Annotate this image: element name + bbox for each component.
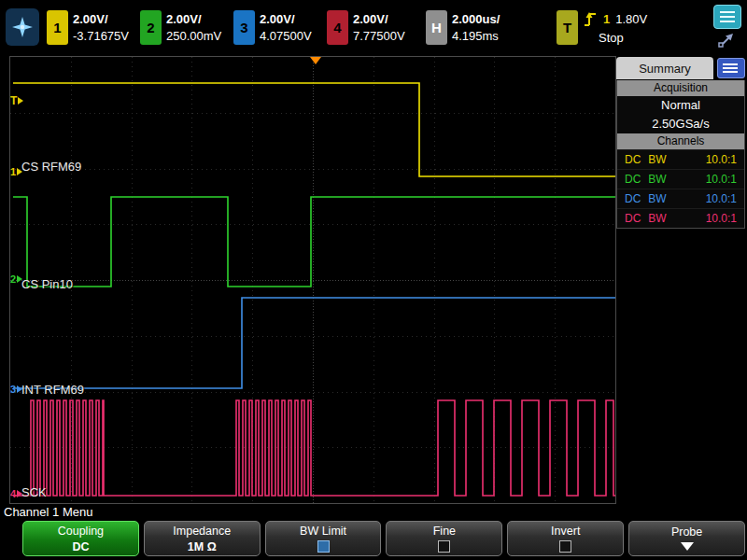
channel-2-status: 2 2.00V/ 250.00mV	[140, 10, 226, 45]
trigger-edge-icon	[584, 10, 598, 28]
trigger-level-marker[interactable]: T	[10, 94, 23, 107]
trigger-badge[interactable]: T	[557, 10, 578, 45]
horizontal-badge[interactable]: H	[426, 10, 447, 45]
touch-zones-icon[interactable]	[713, 5, 741, 29]
acquisition-status: Stop	[599, 31, 647, 45]
trace-label-ch2: CS Pin10	[21, 277, 73, 291]
channel-2-values: 2.00V/ 250.00mV	[166, 12, 226, 43]
channel-3-summary-row: DCBW 10.0:1	[617, 189, 744, 208]
horizontal-status: H 2.000us/ 4.195ms	[426, 10, 512, 45]
acquisition-mode: Normal	[617, 96, 744, 115]
softkey-probe[interactable]: Probe	[628, 521, 745, 556]
trace-label-ch3: INT RFM69	[21, 383, 84, 397]
trigger-source: 1	[603, 12, 610, 26]
top-right-icons	[713, 5, 741, 49]
channel-3-scale: 2.00V/	[260, 12, 319, 26]
spark-logo-icon	[11, 16, 34, 38]
channel-4-badge[interactable]: 4	[327, 10, 348, 45]
list-view-icon[interactable]	[717, 58, 745, 78]
softkey-impedance[interactable]: Impedance 1M Ω	[144, 521, 261, 556]
channel-4-scale: 2.00V/	[353, 12, 413, 26]
channels-section-header: Channels	[617, 133, 744, 149]
cursor-arrow-icon[interactable]	[717, 32, 738, 49]
trigger-status: T 1 1.80V Stop	[557, 10, 647, 45]
trigger-time-marker[interactable]	[310, 57, 321, 64]
channel-2-summary-row: DCBW 10.0:1	[617, 169, 744, 189]
channel-3-status: 3 2.00V/ 4.07500V	[233, 10, 319, 45]
channel-1-summary-row: DCBW 10.0:1	[617, 149, 744, 169]
bw-limit-checkbox[interactable]	[317, 540, 330, 553]
horizontal-delay: 4.195ms	[452, 29, 512, 43]
sidebar-body: Acquisition Normal 2.50GSa/s Channels DC…	[616, 80, 745, 229]
horizontal-values: 2.000us/ 4.195ms	[452, 12, 512, 43]
waveform-svg	[10, 57, 615, 503]
channel-1-badge[interactable]: 1	[47, 10, 68, 45]
waveform-display[interactable]: T 1 2 3 4 CS RFM69 CS Pin10 INT RFM69 SC…	[9, 56, 616, 504]
tab-summary[interactable]: Summary	[616, 57, 713, 79]
channel-1-status: 1 2.00V/ -3.71675V	[47, 10, 133, 45]
probe-submenu-arrow-icon	[679, 541, 696, 552]
channel-1-scale: 2.00V/	[73, 12, 133, 26]
channel-2-badge[interactable]: 2	[140, 10, 162, 45]
softkey-bar: Coupling DC Impedance 1M Ω BW Limit Fine…	[22, 521, 745, 556]
channel-1-values: 2.00V/ -3.71675V	[73, 12, 133, 43]
trigger-values: 1 1.80V Stop	[584, 10, 647, 45]
sample-rate: 2.50GSa/s	[617, 115, 744, 133]
channel-3-offset: 4.07500V	[260, 29, 319, 43]
channel-4-offset: 7.77500V	[353, 29, 413, 43]
channel-2-scale: 2.00V/	[166, 12, 226, 26]
fine-checkbox[interactable]	[438, 540, 450, 553]
channel-1-offset: -3.71675V	[73, 29, 133, 43]
horizontal-scale: 2.000us/	[452, 12, 512, 26]
channel-3-values: 2.00V/ 4.07500V	[260, 12, 319, 43]
top-status-bar: 1 2.00V/ -3.71675V 2 2.00V/ 250.00mV 3 2…	[0, 0, 747, 54]
channel-4-status: 4 2.00V/ 7.77500V	[327, 10, 413, 45]
brand-logo[interactable]	[6, 8, 39, 46]
softkey-fine[interactable]: Fine	[386, 521, 502, 556]
softkey-coupling[interactable]: Coupling DC	[22, 521, 139, 556]
trigger-level: 1.80V	[615, 12, 647, 26]
channel-3-badge[interactable]: 3	[233, 10, 255, 45]
sidebar-tabs: Summary	[616, 56, 745, 80]
softkey-bw-limit[interactable]: BW Limit	[265, 521, 382, 556]
acquisition-section-header: Acquisition	[617, 80, 744, 96]
trace-label-ch1: CS RFM69	[21, 160, 81, 174]
trigger-level-marker-label: T	[10, 94, 17, 107]
summary-sidebar: Summary Acquisition Normal 2.50GSa/s Cha…	[616, 56, 745, 502]
channel-4-summary-row: DCBW 10.0:1	[617, 208, 744, 228]
invert-checkbox[interactable]	[559, 540, 571, 553]
softkey-invert[interactable]: Invert	[507, 521, 624, 556]
channel-4-values: 2.00V/ 7.77500V	[353, 12, 413, 43]
menu-title: Channel 1 Menu	[4, 505, 92, 519]
channel-2-offset: 250.00mV	[166, 29, 226, 43]
trace-label-ch4: SCK	[21, 485, 47, 499]
right-triangle-icon	[18, 97, 23, 105]
